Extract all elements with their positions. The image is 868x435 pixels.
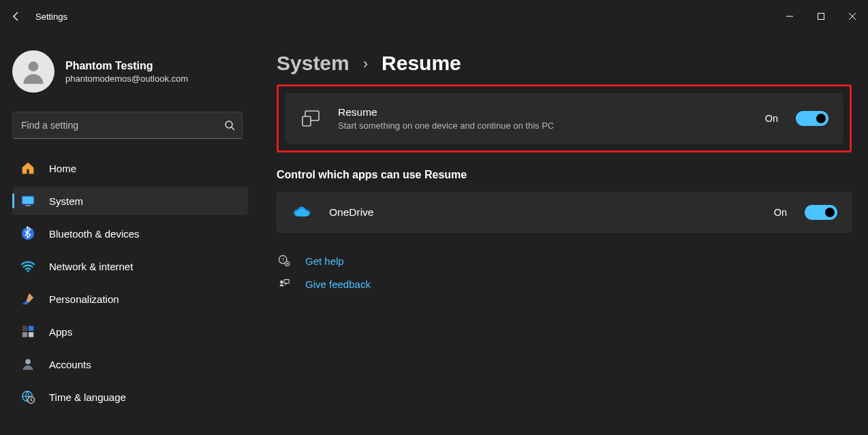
give-feedback-link[interactable]: Give feedback xyxy=(305,278,371,290)
feedback-icon xyxy=(277,278,292,290)
nav-item-system[interactable]: System xyxy=(12,187,248,215)
nav-item-time-language[interactable]: Time & language xyxy=(12,383,248,411)
devices-icon xyxy=(300,109,323,128)
apps-icon xyxy=(19,323,37,340)
get-help-row[interactable]: ? Get help xyxy=(277,255,852,267)
minimize-button[interactable] xyxy=(774,5,805,27)
nav-item-bluetooth[interactable]: Bluetooth & devices xyxy=(12,219,248,248)
svg-rect-8 xyxy=(22,326,27,331)
resume-card[interactable]: Resume Start something on one device and… xyxy=(285,93,843,144)
back-button[interactable] xyxy=(0,11,33,22)
svg-rect-5 xyxy=(25,205,30,206)
close-button[interactable] xyxy=(837,5,868,27)
highlighted-setting: Resume Start something on one device and… xyxy=(277,84,852,152)
resume-toggle-label: On xyxy=(765,113,778,124)
avatar xyxy=(12,50,55,93)
svg-point-20 xyxy=(280,280,283,284)
resume-card-subtitle: Start something on one device and contin… xyxy=(338,120,750,131)
support-links: ? Get help Give feedback xyxy=(277,255,852,290)
user-email: phantomodemos@outlook.com xyxy=(65,74,188,84)
paintbrush-icon xyxy=(19,290,37,308)
breadcrumb-parent[interactable]: System xyxy=(277,52,350,75)
nav-item-home[interactable]: Home xyxy=(12,154,248,182)
onedrive-toggle[interactable] xyxy=(805,205,837,220)
svg-point-12 xyxy=(25,359,31,364)
svg-rect-4 xyxy=(22,197,33,204)
svg-text:?: ? xyxy=(281,257,284,263)
nav-label: Apps xyxy=(49,326,72,338)
nav-item-accounts[interactable]: Accounts xyxy=(12,350,248,378)
globe-clock-icon xyxy=(19,388,37,406)
nav-item-network[interactable]: Network & internet xyxy=(12,252,248,280)
person-icon xyxy=(19,355,37,373)
svg-point-7 xyxy=(27,270,29,272)
bluetooth-icon xyxy=(19,225,37,242)
onedrive-toggle-label: On xyxy=(774,207,787,218)
window-title: Settings xyxy=(33,12,67,22)
sidebar: Phantom Testing phantomodemos@outlook.co… xyxy=(0,33,252,435)
home-icon xyxy=(19,159,37,177)
main-content: System › Resume Resume Start something o… xyxy=(252,33,868,435)
nav-label: Home xyxy=(49,163,76,174)
onedrive-card[interactable]: OneDrive On xyxy=(277,192,852,233)
search-icon xyxy=(224,120,235,131)
give-feedback-row[interactable]: Give feedback xyxy=(277,278,852,290)
breadcrumb-current: Resume xyxy=(382,52,461,75)
search-box[interactable] xyxy=(12,112,243,139)
svg-rect-21 xyxy=(284,280,289,283)
wifi-icon xyxy=(19,257,37,275)
nav-label: Network & internet xyxy=(49,261,133,272)
nav-list: Home System Bluetooth & devices Network … xyxy=(12,154,248,411)
nav-item-personalization[interactable]: Personalization xyxy=(12,285,248,313)
apps-section-heading: Control which apps can use Resume xyxy=(277,169,852,181)
maximize-button[interactable] xyxy=(805,5,837,27)
svg-point-1 xyxy=(29,61,39,71)
svg-rect-9 xyxy=(29,326,33,331)
chevron-right-icon: › xyxy=(363,55,368,73)
nav-label: Accounts xyxy=(49,359,91,370)
nav-label: System xyxy=(49,195,83,207)
get-help-link[interactable]: Get help xyxy=(305,255,344,267)
user-name: Phantom Testing xyxy=(65,60,188,72)
nav-label: Time & language xyxy=(49,391,126,403)
help-icon: ? xyxy=(277,255,292,267)
resume-card-title: Resume xyxy=(338,106,750,118)
svg-rect-16 xyxy=(303,116,311,126)
titlebar: Settings xyxy=(0,0,868,33)
svg-rect-0 xyxy=(818,14,824,20)
svg-point-2 xyxy=(226,121,232,128)
nav-item-apps[interactable]: Apps xyxy=(12,317,248,346)
user-card[interactable]: Phantom Testing phantomodemos@outlook.co… xyxy=(12,46,248,99)
svg-rect-11 xyxy=(29,332,33,337)
resume-toggle[interactable] xyxy=(796,111,828,126)
nav-label: Personalization xyxy=(49,293,119,305)
breadcrumb: System › Resume xyxy=(277,52,852,75)
onedrive-icon xyxy=(291,206,314,219)
nav-label: Bluetooth & devices xyxy=(49,228,140,240)
system-icon xyxy=(19,192,37,210)
onedrive-label: OneDrive xyxy=(329,206,759,219)
search-input[interactable] xyxy=(21,120,224,131)
svg-rect-10 xyxy=(22,332,27,337)
